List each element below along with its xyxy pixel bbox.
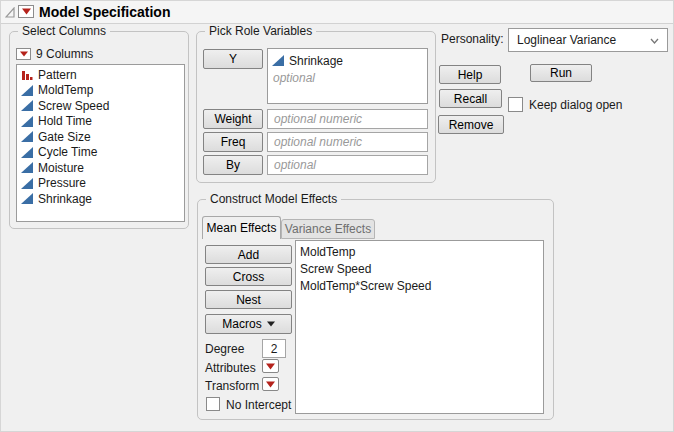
dropdown-arrow-icon [267,321,275,327]
nest-button[interactable]: Nest [205,290,292,309]
attributes-red-triangle-button[interactable] [262,359,279,373]
personality-dropdown[interactable]: Loglinear Variance [508,28,668,52]
continuous-icon [21,162,33,173]
attributes-label: Attributes [205,361,256,375]
tab-variance-effects[interactable]: Variance Effects [281,219,375,239]
construct-model-effects-group: Construct Model Effects Mean Effects Var… [197,199,554,420]
weight-role-placeholder: optional numeric [274,112,362,126]
help-button[interactable]: Help [439,65,501,84]
no-intercept-checkbox[interactable] [206,397,220,411]
y-role-placeholder: optional [268,71,427,85]
keep-dialog-open-label: Keep dialog open [529,98,622,112]
weight-role-button[interactable]: Weight [203,109,263,129]
by-role-field[interactable]: optional [267,155,428,175]
title-bar: Model Specification [1,1,674,24]
macros-button[interactable]: Macros [205,314,292,334]
y-role-field[interactable]: Shrinkage optional [267,48,428,104]
effect-item[interactable]: MoldTemp*Screw Speed [296,277,543,294]
degree-label: Degree [205,342,244,356]
transform-label: Transform [205,379,259,393]
collapse-triangle-icon[interactable] [5,7,16,21]
tab-mean-effects[interactable]: Mean Effects [202,216,281,239]
y-role-value[interactable]: Shrinkage [268,52,427,69]
freq-role-button[interactable]: Freq [203,132,263,152]
list-item[interactable]: Pressure [17,176,184,192]
cross-button[interactable]: Cross [205,267,292,286]
list-item[interactable]: Cycle Time [17,145,184,161]
weight-role-field[interactable]: optional numeric [267,109,428,129]
list-item[interactable]: Hold Time [17,114,184,130]
personality-label: Personality: [441,32,504,46]
keep-dialog-open-checkbox[interactable] [508,97,523,112]
histogram-icon [21,69,33,81]
personality-value: Loglinear Variance [517,33,616,47]
freq-role-placeholder: optional numeric [274,135,362,149]
list-item[interactable]: MoldTemp [17,83,184,99]
effect-item[interactable]: Screw Speed [296,260,543,277]
page-title: Model Specification [39,4,170,20]
continuous-icon [21,116,33,127]
continuous-icon [272,55,284,66]
columns-red-triangle-button[interactable] [16,48,31,60]
columns-listbox[interactable]: Pattern MoldTemp Screw Speed Hold Time G… [16,64,185,222]
add-button[interactable]: Add [205,245,292,264]
degree-input[interactable]: 2 [262,339,286,358]
y-role-button[interactable]: Y [203,49,263,69]
red-triangle-menu-button[interactable] [18,5,34,18]
chevron-down-icon [650,33,659,47]
construct-model-effects-label: Construct Model Effects [206,192,341,206]
freq-role-field[interactable]: optional numeric [267,132,428,152]
continuous-icon [21,85,33,96]
columns-count-label: 9 Columns [36,47,93,61]
select-columns-group: Select Columns 9 Columns Pattern MoldTem… [9,31,189,229]
continuous-icon [21,147,33,158]
recall-button[interactable]: Recall [439,89,502,108]
pick-role-variables-group: Pick Role Variables Y Shrinkage optional… [196,31,436,183]
model-effects-listbox[interactable]: MoldTemp Screw Speed MoldTemp*Screw Spee… [295,240,544,414]
run-button[interactable]: Run [530,64,592,82]
model-specification-window: Model Specification Select Columns 9 Col… [0,0,674,432]
effect-item[interactable]: MoldTemp [296,243,543,260]
transform-red-triangle-button[interactable] [262,377,279,391]
list-item[interactable]: Screw Speed [17,98,184,114]
no-intercept-label: No Intercept [226,398,291,412]
select-columns-label: Select Columns [18,24,110,38]
by-role-placeholder: optional [274,158,316,172]
by-role-button[interactable]: By [203,155,263,175]
list-item[interactable]: Shrinkage [17,191,184,207]
continuous-icon [21,131,33,142]
list-item[interactable]: Moisture [17,160,184,176]
pick-role-variables-label: Pick Role Variables [205,24,316,38]
continuous-icon [21,178,33,189]
continuous-icon [21,193,33,204]
continuous-icon [21,100,33,111]
list-item[interactable]: Pattern [17,67,184,83]
list-item[interactable]: Gate Size [17,129,184,145]
remove-button[interactable]: Remove [438,115,504,134]
